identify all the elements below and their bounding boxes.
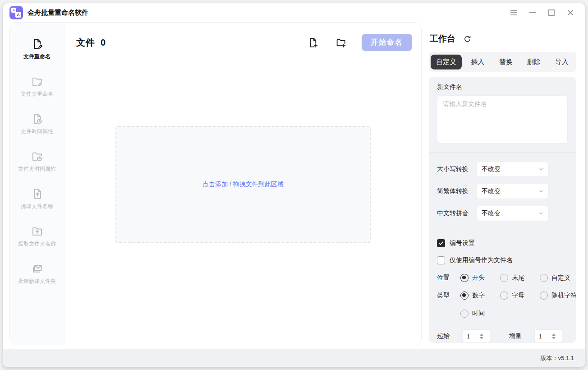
sidebar-item-label: 提取文件名称 <box>21 203 53 210</box>
sidebar-item-file-time[interactable]: 文件时间属性 <box>21 113 53 135</box>
type-row-continued: 时间 <box>460 310 568 318</box>
type-row: 类型 数字 字母 随机字符 <box>437 291 568 300</box>
workbench-header: 工作台 <box>429 22 576 45</box>
radio-selected-icon <box>460 274 469 282</box>
position-option-start[interactable]: 开头 <box>460 274 500 282</box>
position-option-custom[interactable]: 自定义 <box>540 274 568 282</box>
divider <box>429 230 576 230</box>
file-list-area: 文件 0 开始命名 点击添加 / 拖拽文件到此区域 <box>64 23 421 345</box>
spinner-arrows[interactable] <box>480 333 483 339</box>
spin-down-icon[interactable] <box>552 337 556 339</box>
sidebar: 文件重命名 文件夹重命名 文件时间属性 文件夹时间属性 提取文件名称 <box>10 23 64 345</box>
position-row: 位置 开头 末尾 自定义 <box>437 274 568 282</box>
content-area: 文件重命名 文件夹重命名 文件时间属性 文件夹时间属性 提取文件名称 <box>3 22 585 349</box>
traditional-convert-label: 简繁体转换 <box>437 187 477 195</box>
position-option-end[interactable]: 末尾 <box>500 274 540 282</box>
tab-replace[interactable]: 替换 <box>494 55 518 69</box>
start-label: 起始 <box>437 332 452 340</box>
case-convert-select[interactable]: 不改变 <box>477 162 549 177</box>
type-option-random[interactable]: 随机字符 <box>540 291 568 300</box>
app-logo-icon: a A <box>9 6 23 19</box>
sidebar-item-label: 文件时间属性 <box>21 128 53 135</box>
radio-icon <box>540 274 548 282</box>
minimize-button[interactable] <box>526 6 539 19</box>
pinyin-convert-select[interactable]: 不改变 <box>477 206 549 221</box>
increment-label: 增量 <box>509 332 524 340</box>
sidebar-item-extract-file-name[interactable]: 提取文件名称 <box>21 188 53 210</box>
radio-icon <box>460 310 469 318</box>
file-plus-icon <box>308 37 319 48</box>
tab-delete[interactable]: 删除 <box>522 55 546 69</box>
radio-icon <box>540 291 548 300</box>
start-rename-button[interactable]: 开始命名 <box>362 34 412 51</box>
reset-button[interactable] <box>462 33 473 44</box>
only-number-checkbox[interactable] <box>437 256 445 264</box>
add-file-button[interactable] <box>304 33 322 51</box>
start-spinner[interactable] <box>462 329 490 343</box>
file-dropzone[interactable]: 点击添加 / 拖拽文件到此区域 <box>115 126 371 243</box>
refresh-icon <box>463 35 472 43</box>
pinyin-convert-label: 中文转拼音 <box>437 209 477 217</box>
radio-icon <box>500 291 508 300</box>
sidebar-item-folder-rename[interactable]: 文件夹重命名 <box>21 75 53 98</box>
sidebar-item-label: 文件夹重命名 <box>21 90 53 98</box>
only-number-label: 仅使用编号作为文件名 <box>450 256 513 264</box>
only-number-row[interactable]: 仅使用编号作为文件名 <box>437 256 568 264</box>
file-count: 0 <box>101 37 106 48</box>
folder-clock-icon <box>31 150 43 162</box>
increment-input[interactable] <box>535 333 551 340</box>
traditional-convert-select[interactable]: 不改变 <box>477 184 549 199</box>
folder-pencil-icon <box>31 75 43 88</box>
tab-import[interactable]: 导入 <box>550 55 574 69</box>
type-option-number[interactable]: 数字 <box>460 291 500 300</box>
sidebar-item-label: 文件夹时间属性 <box>18 165 56 173</box>
sidebar-item-extract-folder-name[interactable]: 提取文件夹名称 <box>18 225 56 248</box>
case-convert-label: 大小写转换 <box>437 165 477 173</box>
numbering-enable-row[interactable]: 编号设置 <box>437 239 568 247</box>
new-name-input[interactable] <box>437 95 568 143</box>
numbering-checkbox[interactable] <box>437 239 445 247</box>
sidebar-item-folder-time[interactable]: 文件夹时间属性 <box>18 150 56 173</box>
close-button[interactable] <box>564 6 577 19</box>
custom-settings-card: 新文件名 大小写转换 不改变 简繁体转换 不改变 <box>429 77 576 343</box>
position-label: 位置 <box>437 274 452 282</box>
workbench-panel: 工作台 自定义 插入 替换 删除 导入 新文件名 大小写转换 <box>422 22 580 345</box>
tab-insert[interactable]: 插入 <box>465 55 490 69</box>
maximize-button[interactable] <box>545 6 558 19</box>
pinyin-convert-row: 中文转拼音 不改变 <box>437 206 568 221</box>
new-name-label: 新文件名 <box>437 83 568 91</box>
menu-icon[interactable] <box>507 6 520 19</box>
file-list-header: 文件 0 开始命名 <box>64 23 421 51</box>
increment-spinner[interactable] <box>534 329 562 343</box>
divider <box>429 152 576 153</box>
spin-up-icon[interactable] <box>480 333 483 336</box>
folder-export-icon <box>31 225 43 237</box>
file-export-icon <box>31 188 43 200</box>
sidebar-item-file-rename[interactable]: 文件重命名 <box>23 38 51 60</box>
traditional-convert-row: 简繁体转换 不改变 <box>437 184 568 199</box>
case-convert-row: 大小写转换 不改变 <box>437 162 568 177</box>
radio-icon <box>500 274 508 282</box>
file-clock-icon <box>31 113 43 125</box>
title-bar: a A 金舟批量重命名软件 <box>3 3 585 22</box>
chevron-down-icon <box>538 189 544 194</box>
type-option-letter[interactable]: 字母 <box>500 291 540 300</box>
numbering-label: 编号设置 <box>450 239 475 247</box>
file-pencil-icon <box>31 38 43 50</box>
add-folder-button[interactable] <box>332 33 350 51</box>
folder-plus-icon <box>335 37 347 48</box>
spin-down-icon[interactable] <box>480 337 483 339</box>
start-input[interactable] <box>463 333 479 340</box>
version-label: 版本：v5.1.1 <box>541 354 574 362</box>
sidebar-item-batch-new-folder[interactable]: 批量新建文件夹 <box>18 263 56 285</box>
file-list-title: 文件 <box>76 37 95 49</box>
spin-up-icon[interactable] <box>552 333 556 336</box>
tab-custom[interactable]: 自定义 <box>431 55 462 69</box>
spinner-arrows[interactable] <box>552 333 556 339</box>
type-label: 类型 <box>437 291 452 300</box>
number-start-increment-row: 起始 增量 <box>437 329 568 343</box>
chevron-down-icon <box>538 211 544 216</box>
window-controls <box>507 6 577 19</box>
type-option-time[interactable]: 时间 <box>460 310 485 318</box>
dropzone-hint: 点击添加 / 拖拽文件到此区域 <box>202 180 284 189</box>
